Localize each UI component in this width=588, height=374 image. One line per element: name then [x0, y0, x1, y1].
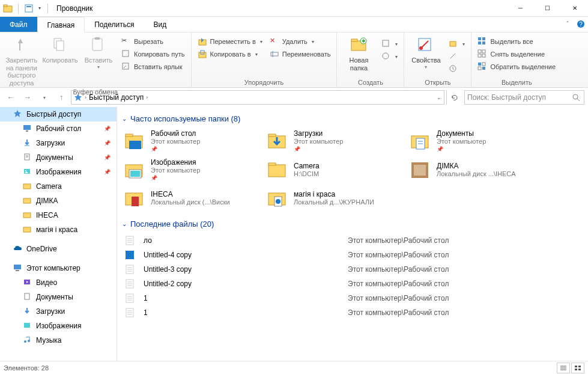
recent-file-row[interactable]: 1Этот компьютер\Рабочий стол	[121, 305, 582, 320]
view-icons-button[interactable]	[571, 363, 584, 373]
search-input[interactable]: Поиск: Быстрый доступ	[464, 90, 584, 105]
view-details-button[interactable]	[557, 363, 570, 373]
tab-home[interactable]: Главная	[37, 17, 85, 32]
pin-icon: 📌	[104, 155, 111, 161]
ribbon-collapse-icon[interactable]: ˆ	[563, 19, 572, 29]
folder-item[interactable]: ИзображенияЭтот компьютер📌	[121, 157, 258, 182]
recent-file-row[interactable]: 1Этот компьютер\Рабочий стол	[121, 291, 582, 305]
sidebar-item-dimka[interactable]: ДІМКА	[0, 194, 117, 208]
new-group-label: Создать	[341, 78, 400, 87]
svg-point-24	[419, 46, 423, 50]
folder-item[interactable]: IHECAЛокальный диск (...\Виски	[121, 186, 258, 210]
easyaccess-button[interactable]: ▾	[379, 51, 400, 62]
sidebar-item-music[interactable]: Музыка	[0, 333, 117, 348]
sidebar-item-downloads[interactable]: Загрузки📌	[0, 136, 117, 150]
rename-button[interactable]: Переименовать	[267, 49, 333, 60]
moveto-button[interactable]: Переместить в▾	[195, 36, 265, 47]
tab-view[interactable]: Вид	[144, 17, 176, 32]
refresh-button[interactable]	[446, 90, 462, 105]
close-button[interactable]: ✕	[561, 0, 588, 17]
svg-rect-27	[478, 37, 481, 40]
file-location: Этот компьютер\Рабочий стол	[348, 265, 449, 274]
folder-name: Camera	[294, 162, 320, 170]
copy-button[interactable]: Копировать	[42, 34, 78, 64]
sidebar-item-quickaccess[interactable]: Быстрый доступ	[0, 107, 117, 121]
svg-rect-10	[123, 51, 129, 57]
sidebar-item-desktop[interactable]: Рабочий стол📌	[0, 121, 117, 136]
star-icon	[13, 109, 23, 119]
recent-files-header[interactable]: ⌄ Последние файлы (20)	[122, 219, 582, 228]
copypath-button[interactable]: Копировать путь	[119, 49, 187, 60]
cut-button[interactable]: ✂Вырезать	[119, 36, 187, 47]
sidebar-item-camera[interactable]: Camera	[0, 179, 117, 194]
paste-button[interactable]: Вставить ▾	[80, 34, 117, 70]
folder-item[interactable]: CameraH:\DCIM	[264, 157, 401, 182]
sidebar-item-downloads2[interactable]: Загрузки	[0, 304, 117, 319]
invertsel-button[interactable]: Обратить выделение	[475, 61, 558, 72]
pasteshortcut-button[interactable]: Вставить ярлык	[119, 61, 187, 72]
qat-dropdown-icon[interactable]: ▾	[37, 3, 43, 14]
back-button[interactable]: ←	[4, 90, 18, 105]
recent-file-row[interactable]: Untitled-2 copyЭтот компьютер\Рабочий ст…	[121, 277, 582, 291]
file-name: ло	[144, 236, 348, 245]
svg-line-40	[577, 99, 580, 101]
file-location: Этот компьютер\Рабочий стол	[348, 308, 449, 317]
svg-rect-7	[56, 41, 64, 51]
address-bar[interactable]: › Быстрый доступ › ⌄	[71, 90, 444, 105]
selectnone-button[interactable]: Снять выделение	[475, 49, 558, 60]
forward-button[interactable]: →	[20, 90, 35, 105]
open-button[interactable]: ▾	[446, 38, 467, 49]
delete-button[interactable]: ✕Удалить▾	[267, 36, 333, 47]
sidebar-item-onedrive[interactable]: OneDrive	[0, 242, 117, 256]
properties-button[interactable]: Свойства ▾	[408, 34, 444, 70]
sidebar-item-thispc[interactable]: Этот компьютер	[0, 261, 117, 275]
address-dropdown-icon[interactable]: ⌄	[437, 94, 441, 100]
minimize-button[interactable]: ─	[507, 0, 534, 17]
tab-file[interactable]: Файл	[0, 17, 37, 32]
navigation-pane[interactable]: ˆ Быстрый доступ Рабочий стол📌 Загрузки📌…	[0, 107, 117, 361]
copyto-button[interactable]: Копировать в▾	[195, 49, 265, 60]
folder-item[interactable]: магія і красаЛокальный д...\ЖУРНАЛИ	[264, 186, 401, 210]
breadcrumb-root[interactable]: Быстрый доступ	[89, 93, 144, 102]
help-icon[interactable]: ?	[576, 19, 586, 29]
sidebar-item-documents[interactable]: Документы📌	[0, 150, 117, 165]
svg-rect-52	[23, 227, 31, 232]
pin-icon: 📌	[104, 140, 111, 146]
sidebar-item-documents2[interactable]: Документы	[0, 290, 117, 304]
recent-file-row[interactable]: Untitled-3 copyЭтот компьютер\Рабочий ст…	[121, 262, 582, 277]
folder-item[interactable]: ДІМКАЛокальный диск ...\IHECA	[407, 157, 544, 182]
newitem-button[interactable]: ▾	[379, 38, 400, 49]
sidebar-item-magia[interactable]: магія і краса	[0, 222, 117, 237]
main-content[interactable]: ⌄ Часто используемые папки (8) Рабочий с…	[117, 107, 588, 361]
sidebar-item-pictures2[interactable]: Изображения	[0, 319, 117, 333]
maximize-button[interactable]: ☐	[534, 0, 561, 17]
svg-point-58	[24, 340, 26, 343]
desktop-icon	[23, 124, 32, 133]
svg-rect-34	[482, 54, 485, 57]
folder-item[interactable]: ЗагрузкиЭтот компьютер📌	[264, 128, 401, 153]
recent-file-row[interactable]: лоЭтот компьютер\Рабочий стол	[121, 233, 582, 248]
folder-name: Загрузки	[294, 129, 343, 138]
folder-location: H:\DCIM	[294, 170, 320, 177]
sidebar-item-pictures[interactable]: Изображения📌	[0, 165, 117, 179]
pin-quickaccess-button[interactable]: Закрепить на панели быстрого доступа	[4, 34, 40, 87]
svg-rect-37	[478, 67, 481, 70]
history-button[interactable]	[446, 64, 467, 75]
recent-file-row[interactable]: Untitled-4 copyЭтот компьютер\Рабочий ст…	[121, 248, 582, 262]
edit-button[interactable]	[446, 51, 467, 62]
newfolder-button[interactable]: ✱ Новая папка	[341, 34, 377, 72]
folder-item[interactable]: ДокументыЭтот компьютер📌	[407, 128, 544, 153]
qat-properties-icon[interactable]	[23, 3, 34, 14]
sidebar-item-iheca[interactable]: IHECA	[0, 208, 117, 222]
tab-share[interactable]: Поделиться	[85, 17, 144, 32]
frequent-folders-header[interactable]: ⌄ Часто используемые папки (8)	[122, 114, 582, 123]
folder-item[interactable]: Рабочий столЭтот компьютер📌	[121, 128, 258, 153]
folder-icon	[23, 225, 32, 235]
folder-name: Изображения	[151, 158, 200, 167]
selectall-button[interactable]: Выделить все	[475, 36, 558, 47]
svg-point-80	[276, 199, 280, 204]
up-button[interactable]: ↑	[54, 90, 68, 105]
recent-locations-button[interactable]: ▾	[37, 90, 52, 105]
downloads-icon	[23, 138, 32, 148]
sidebar-item-videos[interactable]: Видео	[0, 275, 117, 290]
